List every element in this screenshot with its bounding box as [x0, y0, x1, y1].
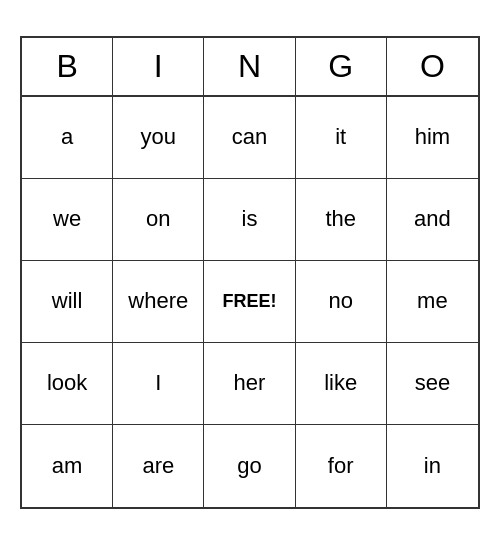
header-letter-o: O [387, 38, 478, 95]
bingo-cell-r3-c4[interactable]: see [387, 343, 478, 425]
bingo-cell-r0-c3[interactable]: it [296, 97, 387, 179]
bingo-cell-r2-c3[interactable]: no [296, 261, 387, 343]
header-letter-i: I [113, 38, 204, 95]
bingo-cell-r3-c1[interactable]: I [113, 343, 204, 425]
bingo-cell-r1-c2[interactable]: is [204, 179, 295, 261]
bingo-cell-r0-c4[interactable]: him [387, 97, 478, 179]
bingo-cell-r1-c4[interactable]: and [387, 179, 478, 261]
bingo-cell-r3-c3[interactable]: like [296, 343, 387, 425]
bingo-cell-r2-c0[interactable]: will [22, 261, 113, 343]
header-letter-n: N [204, 38, 295, 95]
bingo-cell-r0-c1[interactable]: you [113, 97, 204, 179]
bingo-cell-r0-c0[interactable]: a [22, 97, 113, 179]
bingo-cell-r3-c0[interactable]: look [22, 343, 113, 425]
bingo-card: BINGO ayoucanithimweonistheandwillwhereF… [20, 36, 480, 509]
bingo-cell-r0-c2[interactable]: can [204, 97, 295, 179]
bingo-cell-r1-c0[interactable]: we [22, 179, 113, 261]
bingo-cell-r2-c1[interactable]: where [113, 261, 204, 343]
bingo-cell-r4-c3[interactable]: for [296, 425, 387, 507]
bingo-cell-r4-c4[interactable]: in [387, 425, 478, 507]
bingo-cell-r3-c2[interactable]: her [204, 343, 295, 425]
bingo-cell-r4-c0[interactable]: am [22, 425, 113, 507]
header-letter-g: G [296, 38, 387, 95]
bingo-cell-r2-c2[interactable]: FREE! [204, 261, 295, 343]
header-letter-b: B [22, 38, 113, 95]
bingo-cell-r1-c1[interactable]: on [113, 179, 204, 261]
bingo-cell-r1-c3[interactable]: the [296, 179, 387, 261]
bingo-header: BINGO [22, 38, 478, 97]
bingo-cell-r4-c2[interactable]: go [204, 425, 295, 507]
bingo-cell-r2-c4[interactable]: me [387, 261, 478, 343]
bingo-cell-r4-c1[interactable]: are [113, 425, 204, 507]
bingo-grid: ayoucanithimweonistheandwillwhereFREE!no… [22, 97, 478, 507]
